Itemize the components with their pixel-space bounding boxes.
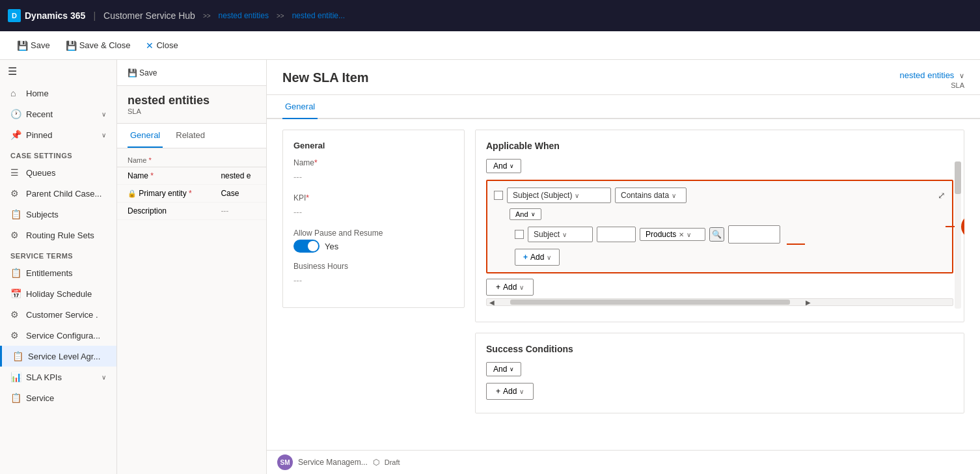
field-primary-cell: 🔒 Primary entity * (117, 185, 210, 202)
breadcrumb-nested[interactable]: nested entities (219, 11, 269, 20)
entitlements-label: Entitlements (26, 268, 73, 278)
sidebar-item-queues[interactable]: ☰ Queues (0, 162, 116, 183)
nested-tab-general[interactable]: General (128, 124, 163, 148)
add-outer-plus: + (496, 283, 500, 292)
pause-resume-label: Allow Pause and Resume (293, 229, 454, 238)
contains-data-select[interactable]: Contains data ∨ (615, 188, 687, 203)
add-outer-label: Add (503, 283, 517, 292)
nested-panel: 💾 Save 💾 Save & Close 🗑 Delete nested en… (117, 60, 267, 474)
success-and-chevron: ∨ (510, 366, 514, 372)
subject-field-chevron: ∨ (575, 192, 579, 199)
nested-table: Name * Name * nested e 🔒 Primary entity … (117, 154, 266, 220)
success-and-button[interactable]: And ∨ (486, 362, 521, 376)
add-row-inner: + Add ∨ (515, 249, 946, 266)
and-selector-outer: And ∨ (486, 159, 953, 173)
kpi-label: KPI* (293, 193, 454, 202)
left-panel: General Name* --- KPI* --- Allow Pause a… (282, 130, 465, 439)
parent-child-label: Parent Child Case... (26, 189, 102, 199)
annotation-line (787, 244, 805, 245)
field-desc-cell: Description (117, 202, 210, 220)
field-pause-resume: Allow Pause and Resume Yes (293, 229, 454, 253)
breadcrumb-link[interactable]: nested entities (900, 70, 955, 80)
field-name-value: nested e (210, 167, 266, 185)
recent-icon: 🕐 (10, 109, 21, 119)
scroll-thumb[interactable] (510, 300, 790, 305)
save-button[interactable]: 💾 Save (10, 37, 57, 54)
sidebar-item-pinned[interactable]: 📌 Pinned ∨ (0, 124, 116, 145)
condition-value-input[interactable] (597, 227, 636, 242)
sidebar-item-parent-child[interactable]: ⚙ Parent Child Case... (0, 183, 116, 204)
holiday-label: Holiday Schedule (26, 289, 92, 299)
products-chevron: ∨ (687, 231, 691, 238)
business-hours-label: Business Hours (293, 262, 454, 271)
hub-name: Customer Service Hub (103, 10, 195, 21)
sidebar-item-subjects[interactable]: 📋 Subjects (0, 204, 116, 225)
add-inner-button[interactable]: + Add ∨ (515, 249, 560, 266)
add-inner-label: Add (530, 253, 544, 262)
hamburger-menu[interactable]: ☰ (8, 65, 17, 77)
nested-save-button[interactable]: 💾 Save (122, 66, 267, 80)
orange-condition-box: Subject (Subject) ∨ Contains data ∨ ⤢ (486, 180, 953, 273)
search-value-input[interactable] (728, 225, 780, 244)
subject-field-select[interactable]: Subject (Subject) ∨ (507, 188, 611, 203)
user-name: Service Managem... (298, 458, 368, 467)
horizontal-scrollbar[interactable]: ◀ ▶ (486, 298, 953, 306)
nested-checkbox[interactable] (515, 230, 524, 239)
field-name-cell: Name * (117, 167, 210, 185)
pause-resume-toggle[interactable] (293, 240, 320, 253)
nested-sub-command-bar: 💾 Save 💾 Save & Close 🗑 Delete (117, 60, 267, 86)
table-row: Name * nested e (117, 167, 266, 185)
breadcrumb-nested2[interactable]: nested entitie... (292, 11, 345, 20)
scroll-right-arrow[interactable]: ▶ (803, 299, 813, 306)
sidebar-item-recent[interactable]: 🕐 Recent ∨ (0, 104, 116, 124)
sidebar-item-home[interactable]: ⌂ Home (0, 83, 116, 104)
close-label: Close (156, 40, 178, 50)
and-button-inner[interactable]: And ∨ (510, 208, 541, 220)
plus-icon: + (523, 253, 528, 262)
name-label: Name* (293, 158, 454, 167)
customer-service-label: Customer Service . (26, 310, 98, 320)
queues-icon: ☰ (10, 167, 21, 178)
save-close-button[interactable]: 💾 Save & Close (59, 37, 137, 54)
products-operator-select[interactable]: ∨ (687, 231, 700, 238)
success-add-button[interactable]: + Add ∨ (486, 383, 534, 400)
close-button[interactable]: ✕ Close (139, 37, 184, 54)
table-row: Description --- (117, 202, 266, 220)
outer-condition-row: Subject (Subject) ∨ Contains data ∨ ⤢ (494, 188, 946, 203)
tab-general[interactable]: General (282, 95, 318, 119)
breadcrumb-chevron[interactable]: ∨ (959, 72, 964, 79)
sidebar-item-sla-kpis[interactable]: 📊 SLA KPIs ∨ (0, 367, 116, 387)
outer-checkbox[interactable] (494, 191, 503, 200)
sidebar-item-customer-service[interactable]: ⚙ Customer Service . (0, 304, 116, 325)
external-icon[interactable]: ⬡ (373, 458, 379, 467)
business-hours-value: --- (293, 273, 454, 288)
and-label: And (493, 161, 507, 171)
success-conditions-title: Success Conditions (486, 344, 953, 354)
service-terms-section: Service Terms (0, 245, 116, 262)
field-primary-value: Case (210, 185, 266, 202)
add-outer-button[interactable]: + Add ∨ (486, 279, 534, 296)
nested-panel-tabs: General Related (117, 124, 266, 148)
sidebar-item-service-config[interactable]: ⚙ Service Configura... (0, 325, 116, 346)
products-remove-button[interactable]: ✕ (679, 231, 684, 238)
recent-chevron: ∨ (102, 111, 106, 118)
search-button[interactable]: 🔍 (709, 227, 724, 242)
home-label: Home (26, 89, 49, 98)
sidebar-item-service[interactable]: 📋 Service (0, 387, 116, 408)
success-and-selector: And ∨ (486, 362, 953, 376)
sidebar-item-service-level[interactable]: 📋 Service Level Agr... (0, 346, 116, 367)
scroll-left-arrow[interactable]: ◀ (487, 299, 497, 306)
sidebar-item-holiday[interactable]: 📅 Holiday Schedule (0, 283, 116, 304)
user-avatar: SM (277, 454, 293, 470)
sidebar-item-routing-rules[interactable]: ⚙ Routing Rule Sets (0, 225, 116, 245)
and-button-outer[interactable]: And ∨ (486, 159, 521, 173)
subject-nested-chevron: ∨ (562, 231, 567, 238)
service-level-icon: 📋 (12, 351, 23, 361)
sidebar-item-entitlements[interactable]: 📋 Entitlements (0, 262, 116, 283)
nested-tab-related[interactable]: Related (173, 124, 208, 148)
vertical-scrollbar-thumb[interactable] (955, 161, 961, 194)
expand-icon[interactable]: ⤢ (938, 190, 946, 201)
dynamics-logo[interactable]: D Dynamics 365 (8, 9, 85, 22)
main-layout: ☰ ⌂ Home 🕐 Recent ∨ 📌 Pinned ∨ Case Sett… (0, 60, 980, 474)
subject-nested-select[interactable]: Subject ∨ (528, 227, 593, 242)
